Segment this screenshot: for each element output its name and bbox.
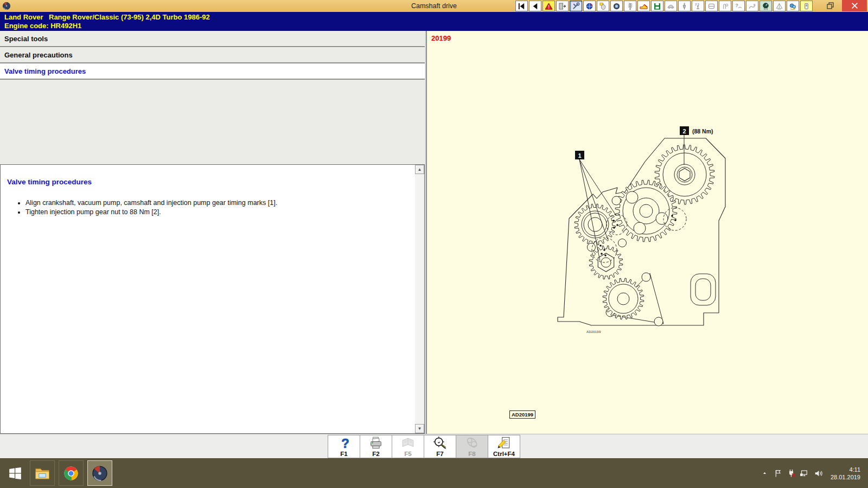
- tray-network-icon[interactable]: [800, 468, 810, 479]
- clock-time: 4:11: [827, 466, 860, 473]
- start-button[interactable]: [4, 458, 26, 488]
- workshop-app-icon: [92, 465, 108, 481]
- lift-icon: [653, 2, 661, 10]
- parts-cooling-button[interactable]: [787, 1, 799, 11]
- svg-text:(88 Nm): (88 Nm): [692, 128, 713, 134]
- light-switch-icon: [802, 2, 810, 10]
- diagnostic-help-icon: ?: [735, 2, 743, 10]
- section-list: Special toolsGeneral precautionsValve ti…: [0, 31, 425, 80]
- gauge-abc-button[interactable]: [760, 1, 772, 11]
- function-key-f5[interactable]: F5: [392, 435, 424, 458]
- tray-power-disconnected-icon[interactable]: [786, 468, 797, 479]
- body-electrics-icon: [667, 2, 675, 10]
- belt-icon: [464, 436, 480, 450]
- diagnostic-help-button[interactable]: ?: [732, 1, 745, 11]
- magnifier-icon: [432, 436, 448, 450]
- file-explorer-icon: [34, 465, 50, 481]
- function-key-label: F5: [392, 451, 424, 457]
- function-key-label: F8: [456, 451, 488, 457]
- gearbox-button[interactable]: 2 3: [692, 1, 704, 11]
- function-key-f8[interactable]: F8: [456, 435, 488, 458]
- timing-gear-diagram: 12(88 Nm)AD20199: [427, 31, 868, 434]
- function-keys: ?F1F2F5F7F8Ctrl+F4: [328, 435, 520, 458]
- taskbar-apps: [30, 460, 112, 486]
- article-bullet: Tighten injection pump gear nut to 88 Nm…: [25, 208, 424, 216]
- ramp-button[interactable]: [637, 1, 650, 11]
- scroll-up-button[interactable]: ▲: [415, 165, 424, 174]
- function-key-label: Ctrl+F4: [488, 451, 520, 457]
- lift-button[interactable]: [651, 1, 663, 11]
- suspension-button[interactable]: [624, 1, 636, 11]
- mouse-notes-button[interactable]: [597, 1, 609, 11]
- help-icon: ?: [336, 436, 352, 450]
- figure-panel: 12(88 Nm)AD20199 20199 AD20199: [427, 31, 868, 434]
- scroll-down-button[interactable]: ▼: [415, 424, 424, 433]
- frame-triangle-button[interactable]: [773, 1, 786, 11]
- function-key-f7[interactable]: F7: [424, 435, 456, 458]
- printer-icon: [368, 436, 384, 450]
- function-key-label: F1: [328, 451, 360, 457]
- section-item-special-tools[interactable]: Special tools: [0, 31, 425, 47]
- spark-plug-button[interactable]: [678, 1, 691, 11]
- section-item-valve-timing-procedures[interactable]: Valve timing procedures: [0, 63, 425, 80]
- tray-action-flag-icon[interactable]: [773, 468, 783, 479]
- function-key-f1[interactable]: ?F1: [328, 435, 360, 458]
- nav-back-icon: [531, 2, 539, 10]
- doors-button[interactable]: [705, 1, 718, 11]
- tray-hidden-icons-icon[interactable]: [759, 468, 770, 479]
- taskbar-app-chrome[interactable]: [59, 460, 84, 486]
- close-window-button[interactable]: [842, 0, 867, 11]
- system-tray: 4:11 28.01.2019: [759, 458, 868, 488]
- svg-text:1: 1: [578, 152, 581, 159]
- taskbar-app-file-explorer[interactable]: [30, 460, 55, 486]
- svg-text:2 3: 2 3: [695, 2, 699, 5]
- clock-date: 28.01.2019: [827, 473, 860, 481]
- tray-volume-icon[interactable]: [813, 468, 824, 479]
- gauge-abc-icon: [762, 2, 770, 10]
- service-globe-button[interactable]: [583, 1, 596, 11]
- gloves-button[interactable]: [719, 1, 731, 11]
- function-key-ctrl-f4[interactable]: Ctrl+F4: [488, 435, 520, 458]
- nav-back-button[interactable]: [529, 1, 541, 11]
- vehicle-engine-code: Engine code: HR492H1: [4, 22, 868, 30]
- gloves-icon: [721, 2, 729, 10]
- service-globe-icon: [585, 2, 593, 10]
- article-bullets: Align crankshaft, vacuum pump, camshaft …: [25, 199, 424, 216]
- exit-door-button[interactable]: [556, 1, 569, 11]
- restore-window-button[interactable]: [827, 2, 834, 10]
- figure-number: 20199: [431, 34, 451, 42]
- topics-panel: Special toolsGeneral precautionsValve ti…: [0, 31, 425, 434]
- svg-text:?: ?: [341, 436, 349, 450]
- titlebar: Camshaft drive 2 3?: [0, 0, 868, 12]
- windows-logo-icon: [8, 466, 22, 480]
- nav-first-icon: [518, 2, 526, 10]
- parts-cooling-icon: [789, 2, 797, 10]
- warning-icon: [545, 2, 553, 10]
- article-bullet: Align crankshaft, vacuum pump, camshaft …: [25, 199, 424, 207]
- vertical-scrollbar[interactable]: ▲ ▼: [415, 165, 424, 433]
- workshop-tools-button[interactable]: [570, 1, 582, 11]
- function-key-bar: ?F1F2F5F7F8Ctrl+F4: [0, 434, 868, 458]
- taskbar-app-workshop-app[interactable]: [87, 460, 112, 486]
- function-key-label: F2: [360, 451, 392, 457]
- doors-icon: [707, 2, 716, 10]
- nav-first-button[interactable]: [515, 1, 528, 11]
- wheels-tyres-button[interactable]: [610, 1, 623, 11]
- svg-text:AD20199: AD20199: [586, 330, 601, 333]
- exhaust-button[interactable]: [746, 1, 758, 11]
- function-key-f2[interactable]: F2: [360, 435, 392, 458]
- body-electrics-button[interactable]: [665, 1, 677, 11]
- vehicle-make: Land Rover: [4, 13, 49, 22]
- edit-doc-icon: [496, 436, 512, 450]
- wheels-tyres-icon: [612, 2, 621, 10]
- taskbar: 4:11 28.01.2019: [0, 458, 868, 488]
- light-switch-button[interactable]: [800, 1, 813, 11]
- book-icon: [400, 436, 416, 450]
- article-title: Valve timing procedures: [7, 178, 424, 186]
- warning-button[interactable]: [542, 1, 555, 11]
- gearbox-icon: 2 3: [694, 2, 702, 10]
- taskbar-clock[interactable]: 4:11 28.01.2019: [827, 466, 868, 481]
- section-item-general-precautions[interactable]: General precautions: [0, 47, 425, 63]
- exhaust-icon: [748, 2, 756, 10]
- vehicle-header: Land Rover Range Rover/Classic (73-95) 2…: [0, 12, 868, 31]
